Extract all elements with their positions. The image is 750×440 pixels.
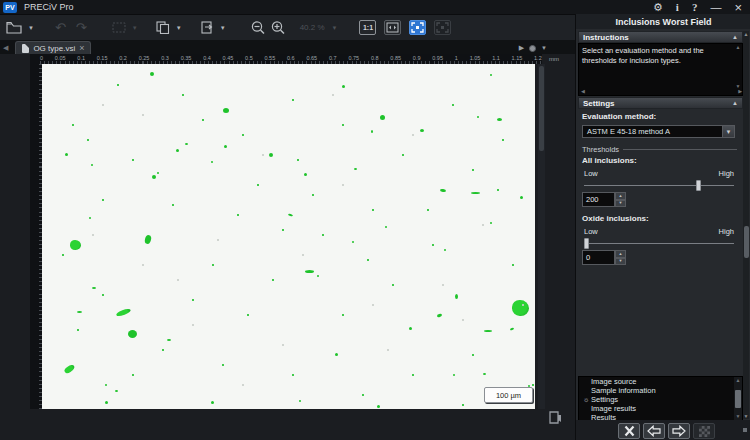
workflow-step-settings[interactable]: ☼Settings <box>579 395 742 404</box>
previous-step-button[interactable] <box>643 423 665 439</box>
fit-width-button[interactable] <box>384 20 401 35</box>
copy-dropdown-icon[interactable]: ▼ <box>174 25 184 31</box>
dust-speck <box>282 344 284 346</box>
scroll-down-icon[interactable]: ▼ <box>736 414 741 419</box>
scroll-right-icon[interactable]: ▶ <box>738 89 742 94</box>
zoom-out-button[interactable] <box>250 18 266 38</box>
evaluation-method-label: Evaluation method: <box>582 112 656 121</box>
image-vertical-scrollbar[interactable] <box>538 64 545 409</box>
evaluation-method-value[interactable]: ASTM E 45-18 method A <box>582 125 723 138</box>
scroll-down-icon[interactable]: ▼ <box>744 413 749 419</box>
tab-scroll-left-icon[interactable]: ◀ <box>0 44 11 54</box>
workflow-step-image-results[interactable]: Image results <box>579 404 742 413</box>
ruler-tick-label: 1.15 <box>512 55 523 61</box>
inclusion-particle <box>63 363 75 374</box>
collapse-icon[interactable]: ▲ <box>732 34 738 40</box>
all-inclusions-slider[interactable] <box>584 180 734 191</box>
scroll-up-icon[interactable]: ▲ <box>736 378 741 383</box>
slider-track[interactable] <box>584 185 734 186</box>
evaluation-method-dropdown[interactable]: ASTM E 45-18 method A ▼ <box>582 125 735 138</box>
panel-vertical-scrollbar[interactable]: ▲ ▼ <box>743 31 749 419</box>
inclusion-particle <box>354 168 357 170</box>
dust-speck <box>412 134 414 136</box>
document-tab[interactable]: OG type.vsi × <box>15 41 91 54</box>
paste-button[interactable] <box>200 18 214 38</box>
ruler-tick-label: 0.85 <box>390 55 401 61</box>
navigation-scrollbar[interactable]: ▲ ▼ <box>734 377 742 420</box>
cancel-button[interactable] <box>618 423 640 439</box>
instructions-vertical-scrollbar[interactable]: ▲ ▼ <box>734 44 742 90</box>
dropdown-arrow-icon[interactable]: ▼ <box>723 125 735 138</box>
oxide-inclusions-spinbox[interactable]: 0 ▲ ▼ <box>582 250 626 265</box>
scroll-up-icon[interactable]: ▲ <box>736 45 741 50</box>
layers-icon[interactable] <box>529 45 536 52</box>
resize-grip[interactable] <box>743 428 747 432</box>
inclusion-particle <box>128 330 137 338</box>
inclusion-particle <box>150 72 154 76</box>
scroll-up-icon[interactable]: ▲ <box>744 31 749 37</box>
next-step-button[interactable] <box>668 423 690 439</box>
layers-dropdown-icon[interactable]: ▼ <box>541 45 547 51</box>
instructions-horizontal-scrollbar[interactable]: ◀ ▶ <box>579 88 744 95</box>
spin-up-icon[interactable]: ▲ <box>615 192 626 200</box>
help-icon[interactable]: ? <box>692 2 698 13</box>
slider-thumb[interactable] <box>584 238 589 249</box>
collapse-icon[interactable]: ▲ <box>732 100 738 106</box>
open-dropdown-icon[interactable]: ▼ <box>26 25 36 31</box>
inclusion-particle <box>477 116 479 118</box>
dust-speck <box>302 254 304 256</box>
instructions-section-header[interactable]: Instructions ▲ <box>578 31 743 43</box>
info-icon[interactable]: i <box>676 2 679 13</box>
image-scrollbar-thumb[interactable] <box>539 66 544 151</box>
workflow-step-sample-information[interactable]: Sample information <box>579 386 742 395</box>
zoom-one-to-one-button[interactable]: 1:1 <box>359 20 376 35</box>
zoom-in-button[interactable] <box>270 18 286 38</box>
inclusion-particle <box>453 374 455 376</box>
tab-close-icon[interactable]: × <box>79 44 84 52</box>
inclusion-speck <box>172 204 174 206</box>
inclusion-particle <box>211 161 213 163</box>
ruler-tick-label: 0.65 <box>306 55 317 61</box>
oxide-inclusions-value[interactable]: 0 <box>582 250 615 265</box>
inclusion-particle <box>65 153 68 156</box>
inclusion-speck <box>237 214 239 216</box>
slider-track[interactable] <box>584 243 734 244</box>
scroll-left-icon[interactable]: ◀ <box>581 89 585 94</box>
panel-scrollbar-thumb[interactable] <box>744 226 749 258</box>
inclusion-speck <box>462 404 464 406</box>
workflow-buttons-bar <box>576 420 750 440</box>
spin-up-icon[interactable]: ▲ <box>615 250 626 258</box>
dust-speck <box>217 239 219 241</box>
inclusion-speck <box>362 394 364 396</box>
spin-down-icon[interactable]: ▼ <box>615 200 626 208</box>
select-region-button <box>112 18 126 38</box>
copy-button[interactable] <box>156 18 170 38</box>
close-icon[interactable]: × <box>734 2 742 13</box>
tab-scroll-right-icon[interactable]: ▶ <box>519 44 524 52</box>
oxide-inclusions-high-label: High <box>719 227 734 236</box>
inclusion-speck <box>512 264 514 266</box>
bookmark-icon[interactable] <box>548 410 562 425</box>
open-image-button[interactable] <box>6 18 22 38</box>
inclusion-speck <box>132 374 134 376</box>
document-icon <box>22 44 29 53</box>
oxide-inclusions-slider[interactable] <box>584 238 734 249</box>
all-inclusions-spinbox[interactable]: 200 ▲ ▼ <box>582 192 626 207</box>
inclusion-particle <box>105 401 108 404</box>
ruler-tick-label: 0.3 <box>161 55 169 61</box>
dust-speck <box>462 319 464 321</box>
all-inclusions-label: All inclusions: <box>582 156 637 165</box>
inclusion-particle <box>420 129 424 132</box>
navigation-scrollbar-thumb[interactable] <box>735 390 741 408</box>
fit-to-screen-button[interactable] <box>409 20 426 35</box>
paste-dropdown-icon[interactable]: ▼ <box>218 25 228 31</box>
inclusion-particle <box>299 400 301 402</box>
settings-gear-icon[interactable]: ⚙ <box>653 2 663 13</box>
workflow-step-image-source[interactable]: Image source <box>579 377 742 386</box>
microscopy-image-canvas[interactable]: 100 µm <box>42 64 535 409</box>
spin-down-icon[interactable]: ▼ <box>615 258 626 266</box>
settings-section-header[interactable]: Settings ▲ <box>578 97 743 109</box>
minimize-icon[interactable]: — <box>710 2 721 13</box>
slider-thumb[interactable] <box>696 180 701 191</box>
all-inclusions-value[interactable]: 200 <box>582 192 615 207</box>
